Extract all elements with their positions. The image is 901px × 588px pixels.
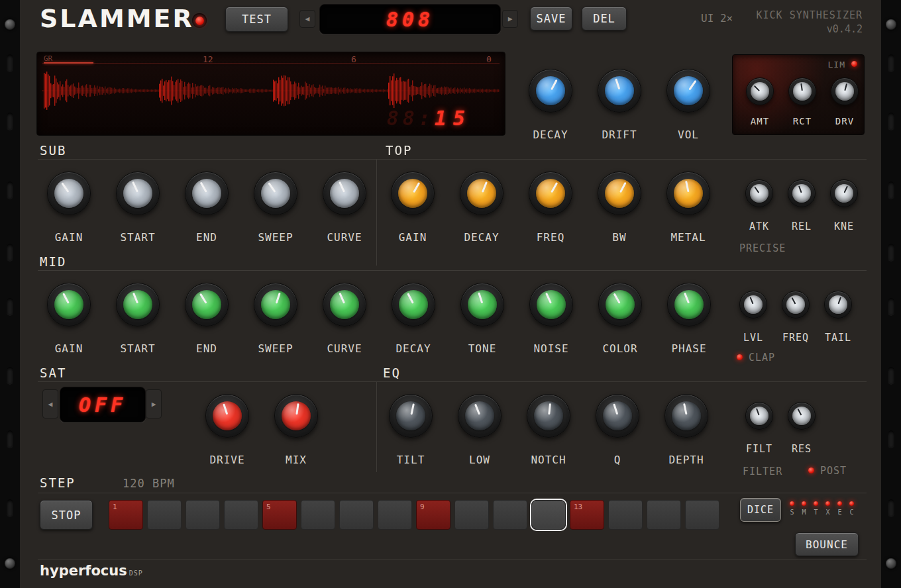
step-cell-5[interactable]: 5 bbox=[262, 500, 297, 530]
sub-gain-knob[interactable] bbox=[47, 172, 91, 215]
step-cell-3[interactable] bbox=[186, 500, 220, 530]
sat-next-icon[interactable]: ▶ bbox=[146, 389, 162, 418]
del-button[interactable]: DEL bbox=[582, 7, 627, 30]
step-cell-6[interactable] bbox=[301, 500, 335, 530]
sub-start-knob[interactable] bbox=[116, 172, 160, 215]
mid-gain-knob[interactable] bbox=[47, 283, 91, 326]
rail-slot bbox=[7, 113, 13, 130]
eq-q-knob[interactable] bbox=[596, 394, 639, 438]
mid-noise-knob[interactable] bbox=[529, 283, 573, 326]
step-cell-11[interactable] bbox=[493, 500, 527, 530]
top-gain-label: GAIN bbox=[399, 231, 427, 244]
mid-decay-knob[interactable] bbox=[392, 283, 435, 326]
step-cell-2[interactable] bbox=[147, 500, 182, 530]
knob-pointer-icon bbox=[545, 293, 551, 304]
filter-filt-knob[interactable] bbox=[745, 402, 773, 430]
top-decay-knob[interactable] bbox=[460, 172, 504, 215]
top-freq-knob[interactable] bbox=[529, 172, 572, 215]
channel-toggle-t[interactable]: T bbox=[812, 501, 820, 516]
rail-slot bbox=[888, 499, 894, 516]
dice-button[interactable]: DICE bbox=[740, 498, 781, 522]
knob-pointer-icon bbox=[338, 181, 344, 193]
sat-prev-icon[interactable]: ◀ bbox=[42, 389, 58, 418]
knob-pointer-icon bbox=[613, 403, 618, 415]
step-cell-7[interactable] bbox=[339, 500, 374, 530]
sub-sweep-knob[interactable] bbox=[254, 172, 297, 215]
knob-pointer-icon bbox=[688, 79, 697, 90]
channel-led bbox=[802, 501, 806, 506]
clap-lvl-knob[interactable] bbox=[739, 291, 767, 318]
limiter-panel: LIM AMTRCTDRV bbox=[732, 54, 865, 135]
step-cell-12[interactable] bbox=[531, 500, 566, 530]
clap-freq-knob[interactable] bbox=[782, 291, 810, 318]
test-button[interactable]: TEST bbox=[225, 7, 288, 32]
bounce-button[interactable]: BOUNCE bbox=[795, 532, 859, 556]
eq-notch-knob[interactable] bbox=[527, 394, 570, 438]
eq-low-knob[interactable] bbox=[458, 394, 502, 438]
eq-notch-label: NOTCH bbox=[531, 454, 566, 466]
lim-drv-knob[interactable] bbox=[831, 77, 859, 105]
power-led-bezel bbox=[192, 13, 207, 28]
product-name: KICK SYNTHESIZER bbox=[757, 9, 863, 21]
mid-section-label: MID bbox=[40, 254, 66, 269]
step-cell-14[interactable] bbox=[608, 500, 643, 530]
eq-depth-knob[interactable] bbox=[664, 394, 708, 438]
filter-res-knob[interactable] bbox=[788, 402, 816, 430]
preset-prev-icon[interactable]: ◀ bbox=[299, 10, 315, 28]
lim-rct-knob[interactable] bbox=[788, 77, 816, 105]
mid-phase-knob[interactable] bbox=[667, 283, 711, 326]
master-decay-knob[interactable] bbox=[529, 69, 572, 113]
mid-curve-knob[interactable] bbox=[323, 283, 366, 326]
master-decay-label: DECAY bbox=[533, 128, 568, 141]
mid-end-knob[interactable] bbox=[185, 283, 229, 326]
step-cell-9[interactable]: 9 bbox=[416, 500, 450, 530]
precise-atk-label: ATK bbox=[749, 220, 769, 232]
save-button[interactable]: SAVE bbox=[530, 7, 572, 30]
mid-sweep-knob[interactable] bbox=[254, 283, 297, 326]
top-gain-knob[interactable] bbox=[391, 172, 435, 215]
mid-start-label: START bbox=[120, 342, 155, 355]
master-drift-label: DRIFT bbox=[602, 128, 637, 141]
sub-curve-knob[interactable] bbox=[323, 172, 366, 215]
mid-tone-knob[interactable] bbox=[460, 283, 504, 326]
channel-toggle-e[interactable]: E bbox=[836, 501, 843, 516]
brand-logo: hyperfocus DSP bbox=[40, 563, 143, 579]
step-cell-1[interactable]: 1 bbox=[109, 500, 143, 530]
clap-tail-knob[interactable] bbox=[824, 291, 852, 318]
eq-depth-label: DEPTH bbox=[668, 454, 704, 466]
eq-tilt-knob[interactable] bbox=[389, 394, 433, 438]
channel-toggle-s[interactable]: S bbox=[788, 501, 796, 516]
stop-button[interactable]: STOP bbox=[40, 500, 93, 530]
top-metal-knob[interactable] bbox=[666, 172, 710, 215]
clap-led[interactable] bbox=[737, 354, 743, 360]
meter-track bbox=[42, 63, 500, 64]
sat-mix-knob[interactable] bbox=[274, 394, 318, 438]
sat-drive-knob[interactable] bbox=[205, 394, 249, 438]
step-cell-10[interactable] bbox=[454, 500, 489, 530]
channel-toggle-x[interactable]: X bbox=[824, 501, 831, 516]
lim-amt-knob[interactable] bbox=[746, 77, 774, 105]
step-cell-15[interactable] bbox=[647, 500, 681, 530]
preset-next-icon[interactable]: ▶ bbox=[502, 10, 518, 28]
knob-pointer-icon bbox=[551, 79, 558, 90]
channel-toggle-m[interactable]: M bbox=[800, 501, 808, 516]
mid-color-knob[interactable] bbox=[598, 283, 642, 326]
channel-letter: X bbox=[825, 509, 829, 516]
master-vol-knob[interactable] bbox=[666, 69, 710, 113]
sub-end-knob[interactable] bbox=[185, 172, 229, 215]
step-cell-16[interactable] bbox=[685, 500, 719, 530]
top-bw-knob[interactable] bbox=[598, 172, 641, 215]
mid-start-knob[interactable] bbox=[116, 283, 160, 326]
rail-slot bbox=[7, 181, 13, 199]
step-cell-4[interactable] bbox=[224, 500, 258, 530]
precise-kne-knob[interactable] bbox=[830, 179, 858, 207]
post-led[interactable] bbox=[808, 467, 814, 473]
step-cell-8[interactable] bbox=[378, 500, 412, 530]
preset-value: 808 bbox=[386, 8, 434, 31]
precise-rel-knob[interactable] bbox=[788, 179, 816, 207]
step-cell-13[interactable]: 13 bbox=[570, 500, 604, 530]
precise-atk-knob[interactable] bbox=[745, 179, 773, 207]
master-drift-knob[interactable] bbox=[598, 69, 641, 113]
eq-low-label: LOW bbox=[469, 454, 490, 466]
channel-toggle-c[interactable]: C bbox=[848, 501, 855, 516]
